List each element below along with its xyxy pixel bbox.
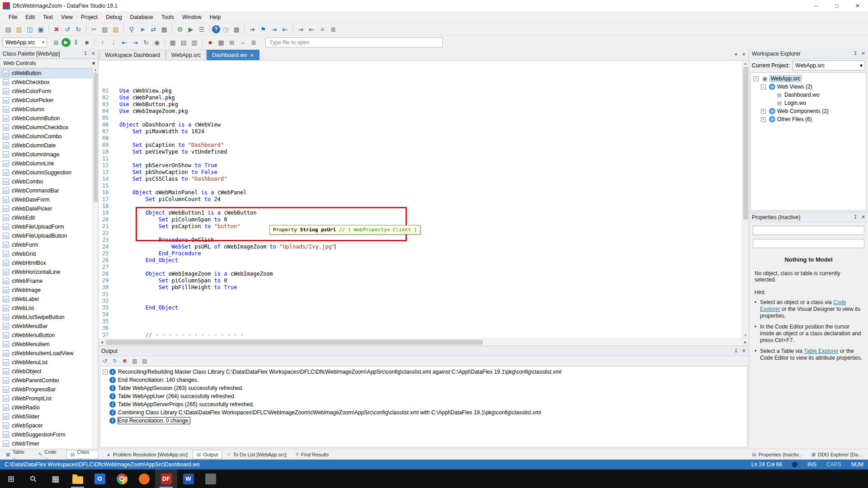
code-line[interactable]: 02Use cWebPanel.pkg — [99, 94, 742, 101]
palette-item[interactable]: ▭cWebSpacer — [1, 421, 92, 430]
paint-icon[interactable] — [199, 469, 222, 488]
code-line[interactable]: 33 End_Object — [99, 305, 742, 311]
cut-icon[interactable]: ✂ — [89, 24, 99, 35]
palette-item[interactable]: ▭cWebDatePicker — [1, 204, 92, 213]
palette-item[interactable]: ▭cWebEdit — [1, 213, 92, 222]
comment-block-icon[interactable]: ≡ — [317, 24, 328, 35]
palette-item[interactable]: ▭cWebMenuBar — [1, 322, 92, 331]
menu-text[interactable]: Text — [39, 12, 57, 23]
close-icon[interactable]: ✕ — [91, 51, 95, 56]
palette-scrollbar[interactable]: ▲ — [92, 68, 98, 449]
palette-item[interactable]: ▭cWebSuggestionForm — [1, 430, 92, 439]
palette-item[interactable]: ▭cWebListSwipeButton — [1, 313, 92, 322]
menu-window[interactable]: Window — [178, 12, 206, 23]
palette-item[interactable]: ▭cWebLabel — [1, 295, 92, 304]
code-line[interactable]: 37 // - - - - - - - - - - - - - - — [99, 332, 742, 338]
menu-debug[interactable]: Debug — [102, 12, 126, 23]
database-explorer-icon[interactable]: ⊞ — [226, 37, 237, 48]
code-line[interactable]: 18 — [99, 203, 742, 210]
property-filter-combo[interactable] — [753, 239, 864, 248]
code-line[interactable]: 11 — [99, 155, 742, 162]
code-line[interactable]: 27 — [99, 264, 742, 271]
menu-tools[interactable]: Tools — [157, 12, 178, 23]
pin-icon[interactable]: ↧ — [854, 51, 858, 56]
tree-node-dashboard-wo[interactable]: ▤Dashboard.wo — [751, 91, 866, 99]
output-log-line[interactable]: iTable WebAppUser (264) successfully ref… — [100, 392, 747, 400]
refresh-icon[interactable]: ↻ — [141, 37, 151, 48]
tree-expander-icon[interactable]: − — [754, 76, 759, 81]
tab-output[interactable]: ▤Output — [193, 450, 222, 459]
open-workspace-icon[interactable]: ▥ — [14, 24, 24, 35]
code-area[interactable]: Property String psUrl // [ WebProperty= … — [99, 61, 742, 338]
code-line[interactable]: 10 Set peViewType to vtUndefined — [99, 149, 742, 155]
tab-ddo-explorer-da-[interactable]: ▦DDO Explorer [Da... — [807, 450, 866, 459]
tree-expander-icon[interactable]: − — [761, 84, 766, 89]
close-icon[interactable]: ✕ — [861, 51, 865, 56]
palette-item[interactable]: ▭cWebColumnImage — [1, 150, 92, 159]
code-editor[interactable]: Property String psUrl // [ WebProperty= … — [99, 61, 749, 338]
run-webapp-icon[interactable]: ▶ — [61, 38, 71, 47]
scrollbar-thumb[interactable] — [94, 73, 98, 202]
code-line[interactable]: 14 Set psCSSClass to "Dashboard" — [99, 176, 742, 183]
dataflex-studio-icon[interactable]: DF — [155, 469, 177, 488]
editor-tab-webapp-src[interactable]: WebApp.src — [166, 50, 206, 60]
scroll-up-icon[interactable]: ▲ — [94, 68, 97, 72]
pin-icon[interactable]: ↧ — [84, 51, 88, 56]
palette-item[interactable]: ▭cWebMenuButton — [1, 331, 92, 340]
code-line[interactable]: 08 — [99, 135, 742, 142]
code-line[interactable]: 34 — [99, 311, 742, 318]
output-log-line[interactable]: iTable WebAppServerProps (265) successfu… — [100, 400, 747, 408]
palette-item[interactable]: ▭cWebPromptList — [1, 394, 92, 403]
palette-item[interactable]: ▭cWebColumnButton — [1, 114, 92, 123]
panel-layout-grid-icon[interactable]: ▦ — [167, 37, 178, 48]
bookmark-toggle-icon[interactable]: ⚑ — [258, 24, 269, 35]
find-icon[interactable]: ⚲ — [126, 24, 137, 35]
code-line[interactable]: 09 Set psCaption to "Dashboard" — [99, 142, 742, 149]
close-icon[interactable]: ✕ — [742, 348, 746, 354]
code-line[interactable]: 23 Procedure OnClick — [99, 237, 742, 244]
palette-item[interactable]: ▭cWebFileUploadButton — [1, 231, 92, 240]
code-line[interactable]: 30 Set pbFillHeight to True — [99, 284, 742, 291]
code-line[interactable]: 35 — [99, 318, 742, 325]
tab-find-results[interactable]: ⚲Find Results — [291, 450, 332, 459]
code-line[interactable]: 12 Set pbServerOnShow to True — [99, 162, 742, 169]
debug-project-icon[interactable]: ☰ — [196, 24, 207, 35]
code-line[interactable]: 17 Set piColumnCount to 24 — [99, 196, 742, 203]
word-icon[interactable]: W — [177, 469, 199, 488]
run-project-icon[interactable]: ▶ — [185, 24, 196, 35]
editor-vertical-scrollbar[interactable]: ▲ ▼ — [742, 61, 749, 338]
copy-icon[interactable]: ▨ — [99, 24, 110, 35]
tree-node-webapp-src[interactable]: −▣WebApp.src — [751, 75, 866, 83]
palette-item[interactable]: ▭cWebMenuItem — [1, 340, 92, 349]
redo-icon[interactable]: ↻ — [73, 24, 84, 35]
help-icon[interactable]: ? — [212, 25, 220, 33]
menu-help[interactable]: Help — [206, 12, 225, 23]
undo-icon[interactable]: ↺ — [62, 24, 73, 35]
object-selector-combo[interactable] — [753, 226, 864, 235]
close-tab-icon[interactable]: ✕ — [250, 53, 254, 58]
palette-item[interactable]: ▭cWebObject — [1, 367, 92, 376]
outdent-icon[interactable]: ⇤ — [306, 24, 317, 35]
start-button[interactable]: ⊞ — [0, 469, 22, 488]
tab-code-[interactable]: ✎Code ... — [34, 450, 66, 459]
palette-item[interactable]: ▭cWebMenuList — [1, 358, 92, 367]
menu-file[interactable]: File — [5, 12, 21, 23]
find-in-files-icon[interactable]: ▩ — [159, 24, 170, 35]
palette-item[interactable]: ▭cWebRadio — [1, 403, 92, 412]
find-next-icon[interactable]: ➤ — [137, 24, 148, 35]
scroll-up-icon[interactable]: ▲ — [742, 61, 749, 66]
output-log-line[interactable]: iCombining Class Library C:\Data\DataFle… — [100, 408, 747, 417]
file-explorer-icon[interactable] — [66, 469, 89, 488]
code-line[interactable]: 13 Set pbShowCaption to False — [99, 169, 742, 176]
paste-icon[interactable]: ▧ — [110, 24, 121, 35]
palette-item[interactable]: ▭cWebColumnDate — [1, 141, 92, 150]
palette-item[interactable]: ▭cWebList — [1, 304, 92, 313]
goto-definition-icon[interactable]: ➔ — [247, 24, 258, 35]
indent-icon[interactable]: ⇥ — [295, 24, 306, 35]
bookmark-prev-icon[interactable]: ⇤ — [279, 24, 290, 35]
panel-layout-rows-icon[interactable]: ▤ — [178, 37, 189, 48]
palette-item[interactable]: ▭cWebColorForm — [1, 87, 92, 96]
outlook-icon[interactable]: O — [89, 469, 111, 488]
abort-icon[interactable]: ● — [205, 37, 216, 48]
copy-output-icon[interactable]: ▨ — [130, 357, 139, 366]
